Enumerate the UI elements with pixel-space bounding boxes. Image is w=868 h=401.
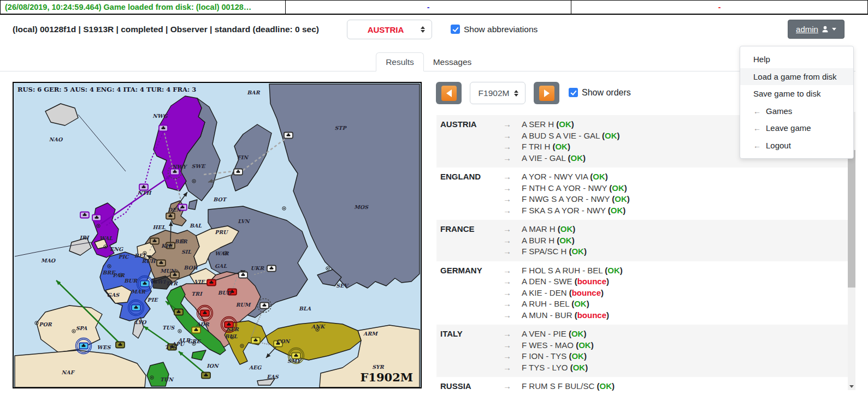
province-label-gre: GRE [187, 338, 201, 344]
order-arrow-icon: → [503, 276, 522, 288]
order-arrow-icon: → [503, 171, 522, 183]
province-label-war: WAR [215, 250, 229, 256]
province-label-tus: TUS [162, 325, 175, 331]
supply-center-dot [193, 181, 194, 182]
admin-menu-button[interactable]: admin [788, 20, 845, 39]
order-status: OK [559, 236, 572, 245]
order-status: OK [555, 142, 568, 151]
order-status: bounce [572, 288, 601, 297]
order-status: OK [571, 329, 584, 338]
prev-phase-button[interactable] [436, 82, 462, 104]
menu-item-save-game-to-disk[interactable]: Save game to disk [740, 85, 853, 103]
order-status: OK [612, 183, 624, 193]
province-label-mao: MAO [41, 258, 56, 264]
unit-turkey [192, 327, 200, 333]
results-block-italy: ITALY→A VEN - PIE (OK)→F WES - MAO (OK)→… [436, 325, 848, 377]
province-label-ruh: RUH [141, 258, 156, 264]
order-status: OK [600, 381, 612, 391]
order-row: →F NWG S A YOR - NWY (OK) [503, 194, 848, 205]
power-select-value: AUSTRIA [368, 25, 404, 34]
next-phase-button[interactable] [534, 82, 559, 104]
phase-select[interactable]: F1902M [470, 82, 525, 104]
map-stats-text: RUS: 6 GER: 5 AUS: 4 ENG: 4 ITA: 4 TUR: … [17, 86, 196, 93]
admin-menu: HelpLoad a game from diskSave game to di… [740, 46, 854, 159]
map-phase-label: F1902M [360, 370, 413, 384]
province-label-den: DEN [168, 207, 182, 213]
province-label-sil: SIL [181, 249, 191, 255]
order-status: OK [615, 194, 627, 204]
admin-username: admin [796, 25, 818, 34]
province-label-kie: KIE [161, 243, 173, 249]
province-label-por: POR [39, 321, 52, 327]
phase-select-value: F1902M [479, 88, 510, 98]
order-row: →A BUR H (OK) [503, 235, 848, 247]
back-arrow-icon: ← [753, 124, 761, 133]
order-arrow-icon: → [503, 153, 522, 164]
province-label-aeg: AEG [249, 364, 262, 370]
order-row: →A VEN - PIE (OK) [503, 328, 848, 340]
province-label-spa: SPA [76, 325, 87, 331]
supply-center-dot [151, 377, 152, 378]
province-label-syr: SYR [372, 364, 385, 370]
power-select[interactable]: AUSTRIA [347, 20, 432, 39]
status-message: (26/08/2019, 10:24:59.464) Game loaded f… [1, 1, 286, 14]
map-svg: BARNWGSTPNAOFINNWYSWENTHBOTMOSDENLVNHELB… [14, 83, 421, 387]
tab-results[interactable]: Results [376, 52, 424, 71]
province-label-ank: ANK [311, 324, 326, 330]
unit-turkey [251, 338, 260, 344]
supply-center-dot [284, 208, 285, 209]
menu-item-games[interactable]: ←Games [740, 103, 853, 120]
unit-russia [284, 133, 293, 139]
menu-item-load-a-game-from-disk[interactable]: Load a game from disk [740, 68, 853, 86]
province-label-bla: BLA [299, 306, 311, 312]
order-arrow-icon: → [503, 340, 522, 351]
supply-center-dot [105, 246, 106, 247]
province-label-stp: STP [334, 125, 347, 131]
unit-russia [267, 266, 276, 272]
province-label-wes: WES [97, 344, 111, 350]
select-updown-icon [514, 90, 518, 97]
show-abbreviations-checkbox[interactable] [451, 25, 460, 34]
order-arrow-icon: → [503, 351, 522, 362]
province-label-par: PAR [113, 272, 125, 278]
province-label-boh: BOH [184, 265, 198, 271]
user-icon [822, 26, 829, 33]
tab-messages[interactable]: Messages [428, 52, 476, 71]
order-arrow-icon: → [503, 235, 522, 247]
province-label-eng: ENG [110, 246, 123, 252]
menu-item-logout[interactable]: ←Logout [740, 137, 853, 154]
back-arrow-icon: ← [753, 141, 761, 150]
unit-italy [202, 373, 210, 379]
order-row: →A DEN - SWE (bounce) [503, 276, 848, 288]
results-block-russia: RUSSIA→F RUM S F BUL/SC (OK) [436, 377, 848, 396]
order-arrow-icon: → [503, 288, 522, 299]
province-label-rum: RUM [236, 302, 251, 308]
order-arrow-icon: → [503, 381, 522, 392]
province-label-lvn: LVN [238, 218, 251, 224]
power-name: ITALY [436, 328, 503, 373]
province-label-naf: NAF [62, 369, 75, 375]
order-arrow-icon: → [503, 130, 522, 142]
order-status: OK [607, 266, 620, 275]
scrollbar-thumb[interactable] [848, 150, 855, 288]
prev-icon [441, 86, 457, 101]
order-status: OK [559, 119, 571, 129]
show-orders-checkbox[interactable] [569, 88, 578, 97]
order-arrow-icon: → [503, 362, 522, 374]
scrollbar-down-button[interactable] [848, 382, 855, 390]
order-row: →F HOL S A RUH - BEL (OK) [503, 265, 848, 277]
power-name: ENGLAND [436, 171, 503, 216]
order-status: OK [574, 299, 587, 308]
menu-item-leave-game[interactable]: ←Leave game [740, 119, 853, 137]
unit-germany [166, 213, 175, 219]
back-arrow-icon: ← [753, 107, 761, 116]
menu-item-help[interactable]: Help [740, 51, 853, 68]
order-row: →A MAR H (OK) [503, 224, 848, 235]
unit-england [139, 184, 148, 190]
tabbar-divider [0, 71, 855, 71]
order-status: OK [570, 153, 583, 163]
order-arrow-icon: → [503, 328, 522, 340]
order-row: →A YOR - NWY VIA (OK) [503, 171, 848, 183]
supply-center-dot [36, 322, 37, 324]
order-row: →F TYS - LYO (OK) [503, 362, 848, 374]
